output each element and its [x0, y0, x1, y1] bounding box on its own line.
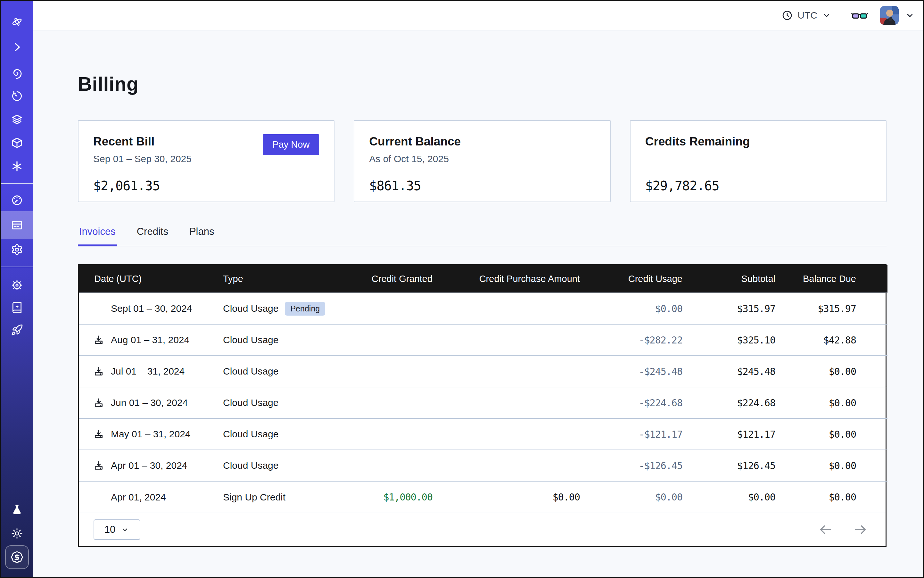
download-invoice-button[interactable] — [93, 429, 104, 440]
col-credit-granted: Credit Granted — [357, 265, 457, 293]
credit-usage-value: $0.00 — [604, 293, 707, 324]
credit-granted-value — [357, 356, 457, 387]
billing-content: Billing Recent Bill Sep 01 – Sep 30, 202… — [33, 73, 923, 547]
invoices-table: Date (UTC) Type Credit Granted Credit Pu… — [78, 264, 887, 547]
col-credit-usage: Credit Usage — [604, 265, 707, 293]
docs-book-icon[interactable] — [11, 302, 23, 314]
card-title: Current Balance — [369, 135, 595, 148]
spiral-icon[interactable] — [11, 67, 23, 79]
credit-purchase-value — [457, 450, 604, 481]
credit-usage-value: -$121.17 — [604, 419, 707, 450]
current-balance-amount: $861.35 — [369, 179, 595, 193]
credit-granted-value: $1,000.00 — [357, 481, 457, 513]
download-icon — [93, 366, 104, 377]
table-row: Aug 01 – 31, 2024 Cloud Usage -$282.22 $… — [79, 324, 887, 356]
balance-due-value: $315.97 — [800, 293, 887, 324]
credit-usage-value: -$224.68 — [604, 387, 707, 419]
reader-glasses-button[interactable] — [851, 8, 868, 23]
topbar: UTC — [33, 1, 923, 31]
credits-badge-button[interactable] — [5, 546, 29, 569]
tab-invoices[interactable]: Invoices — [78, 226, 117, 246]
clock-icon — [781, 10, 793, 21]
asterisk-icon[interactable] — [11, 160, 23, 172]
download-invoice-button[interactable] — [93, 365, 104, 377]
invoice-date: Jul 01 – 31, 2024 — [111, 366, 185, 377]
table-row: May 01 – 31, 2024 Cloud Usage -$121.17 $… — [79, 419, 887, 450]
app-logo-icon[interactable] — [11, 16, 23, 28]
previous-page-button[interactable] — [818, 522, 833, 537]
balance-due-value: $0.00 — [800, 419, 887, 450]
current-balance-card: Current Balance As of Oct 15, 2025 $861.… — [354, 120, 611, 202]
balance-due-value: $0.00 — [800, 481, 887, 513]
pagination-bar: 10 — [79, 513, 885, 546]
credits-remaining-amount: $29,782.65 — [645, 179, 871, 193]
invoice-date: Aug 01 – 31, 2024 — [111, 334, 189, 346]
col-balance-due: Balance Due — [800, 265, 887, 293]
rocket-icon[interactable] — [11, 324, 23, 336]
billing-icon[interactable] — [11, 219, 23, 231]
invoice-type: Sign Up Credit — [223, 492, 286, 503]
invoice-date: Jun 01 – 30, 2024 — [111, 397, 188, 408]
collapse-chevron-icon[interactable] — [11, 41, 23, 53]
timezone-label: UTC — [797, 10, 817, 21]
card-subtitle: As of Oct 15, 2025 — [369, 153, 595, 165]
col-subtotal: Subtotal — [707, 265, 800, 293]
download-icon — [93, 460, 104, 471]
credit-usage-value: $0.00 — [604, 481, 707, 513]
credit-purchase-value — [457, 419, 604, 450]
credit-granted-value — [357, 450, 457, 481]
invoice-type: Cloud Usage — [223, 303, 278, 314]
summary-cards: Recent Bill Sep 01 – Sep 30, 2025 $2,061… — [78, 120, 887, 202]
labs-flask-icon[interactable] — [11, 504, 23, 516]
download-invoice-button[interactable] — [93, 397, 104, 409]
recent-bill-amount: $2,061.35 — [93, 179, 319, 193]
credit-granted-value — [357, 324, 457, 356]
balance-due-value: $0.00 — [800, 450, 887, 481]
col-credit-purchase-amount: Credit Purchase Amount — [457, 265, 604, 293]
page-size-select[interactable]: 10 — [94, 520, 140, 540]
sidebar-divider — [1, 266, 33, 267]
credit-granted-value — [357, 387, 457, 419]
dollar-badge-icon — [11, 551, 23, 563]
chevron-down-icon — [905, 11, 915, 20]
sidebar — [1, 1, 33, 577]
balance-due-value: $0.00 — [800, 356, 887, 387]
table-row: Jul 01 – 31, 2024 Cloud Usage -$245.48 $… — [79, 356, 887, 387]
download-invoice-button[interactable] — [93, 460, 104, 471]
timezone-picker[interactable]: UTC — [781, 10, 831, 21]
user-avatar — [880, 6, 899, 25]
invoice-date: Apr 01, 2024 — [111, 492, 166, 503]
col-type: Type — [223, 265, 357, 293]
history-clock-icon[interactable] — [11, 90, 23, 102]
cube-icon[interactable] — [11, 137, 23, 149]
helm-wheel-icon[interactable] — [11, 279, 23, 291]
card-title: Credits Remaining — [645, 135, 871, 148]
invoice-type: Cloud Usage — [223, 429, 278, 440]
account-menu[interactable] — [880, 6, 915, 25]
subtotal-value: $245.48 — [707, 356, 800, 387]
dashboard-gauge-icon[interactable] — [11, 194, 23, 206]
balance-due-value: $42.88 — [800, 324, 887, 356]
invoice-type: Cloud Usage — [223, 460, 278, 471]
layers-icon[interactable] — [11, 114, 23, 126]
pay-now-button[interactable]: Pay Now — [263, 134, 319, 155]
theme-sun-icon[interactable] — [11, 528, 23, 539]
download-invoice-button[interactable] — [93, 334, 104, 346]
credit-usage-value: -$282.22 — [604, 324, 707, 356]
billing-screen: UTC — [0, 0, 924, 578]
status-badge: Pending — [285, 302, 325, 316]
table-header-row: Date (UTC) Type Credit Granted Credit Pu… — [79, 265, 887, 293]
invoice-date: Sept 01 – 30, 2024 — [111, 303, 192, 314]
settings-gear-icon[interactable] — [11, 244, 23, 256]
tab-plans[interactable]: Plans — [188, 226, 216, 246]
next-page-button[interactable] — [853, 522, 867, 537]
download-icon — [93, 334, 104, 346]
subtotal-value: $224.68 — [707, 387, 800, 419]
credit-purchase-value: $0.00 — [457, 481, 604, 513]
balance-due-value: $0.00 — [800, 387, 887, 419]
tab-credits[interactable]: Credits — [136, 226, 169, 246]
subtotal-value: $315.97 — [707, 293, 800, 324]
credits-remaining-card: Credits Remaining $29,782.65 — [630, 120, 887, 202]
subtotal-value: $121.17 — [707, 419, 800, 450]
sidebar-divider — [1, 183, 33, 184]
